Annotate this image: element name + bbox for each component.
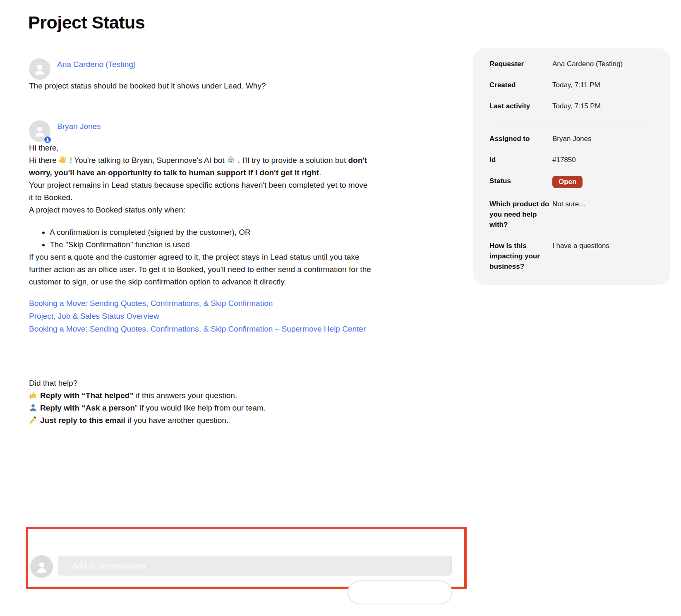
detail-value: Not sure… [552, 199, 654, 209]
help-option: Reply with “Ask a person” if you would l… [29, 402, 450, 414]
detail-value: Ana Cardeno (Testing) [552, 59, 654, 69]
message-paragraph: Your project remains in Lead status beca… [29, 179, 436, 204]
divider [29, 109, 450, 109]
detail-label: Id [489, 155, 552, 165]
author-link[interactable]: Ana Cardeno (Testing) [57, 60, 136, 69]
detail-row: Created Today, 7:11 PM [489, 80, 654, 90]
composer-input[interactable] [58, 556, 452, 575]
detail-row: How is this impacting your business? I h… [489, 241, 654, 272]
detail-label: Created [489, 80, 552, 90]
avatar [29, 58, 50, 80]
help-option: Reply with “That helped” if this answers… [29, 389, 450, 402]
detail-row: Status Open [489, 176, 654, 188]
bullet-list: A confirmation is completed (signed by t… [29, 226, 450, 251]
person-icon [33, 124, 47, 138]
detail-row: Requester Ana Cardeno (Testing) [489, 59, 654, 69]
detail-label: Assigned to [489, 134, 552, 144]
status-badge: Open [552, 176, 583, 188]
message-body: The project status should be booked but … [29, 80, 436, 92]
person-icon [33, 62, 47, 76]
empty-pill-button[interactable] [348, 580, 452, 604]
message-paragraph: A project moves to Booked status only wh… [29, 204, 436, 216]
person-emoji [29, 403, 37, 411]
composer-avatar [30, 555, 53, 578]
help-article-links: Booking a Move: Sending Quotes, Confirma… [29, 297, 450, 335]
detail-row: Id #17850 [489, 155, 654, 165]
detail-label: Which product do you need help with? [489, 199, 552, 230]
detail-value: Today, 7:11 PM [552, 80, 654, 90]
detail-label: Last activity [489, 101, 552, 111]
thumbs-up-emoji [29, 391, 37, 399]
page-title: Project Status [28, 12, 450, 33]
detail-value: I have a questions [552, 241, 654, 251]
did-that-help-block: Did that help? Reply with “That helped” … [29, 377, 450, 427]
detail-label: Status [489, 176, 552, 186]
detail-value: Today, 7:15 PM [552, 101, 654, 111]
help-article-link[interactable]: Booking a Move: Sending Quotes, Confirma… [29, 322, 450, 335]
wave-emoji [59, 155, 67, 164]
help-option: Just reply to this email if you have ano… [29, 414, 450, 427]
message-header: Bryan Jones [29, 120, 450, 142]
conversation-column: Project Status Ana Cardeno (Testing) The… [29, 0, 450, 427]
divider [29, 47, 450, 47]
help-article-link[interactable]: Booking a Move: Sending Quotes, Confirma… [29, 297, 450, 310]
bullet-item: A confirmation is completed (signed by t… [50, 226, 450, 239]
detail-row: Which product do you need help with? Not… [489, 199, 654, 230]
detail-label: Requester [489, 59, 552, 69]
detail-row: Last activity Today, 7:15 PM [489, 101, 654, 111]
detail-value: #17850 [552, 155, 654, 165]
ticket-details-panel: Requester Ana Cardeno (Testing) Created … [473, 48, 670, 285]
detail-value: Open [552, 176, 654, 188]
message-header: Ana Cardeno (Testing) [29, 58, 450, 80]
detail-value: Bryan Jones [552, 134, 654, 144]
panel-divider [489, 122, 654, 122]
message-paragraph: If you sent a quote and the customer agr… [29, 251, 436, 288]
avatar [29, 120, 50, 142]
author-link[interactable]: Bryan Jones [57, 122, 101, 131]
agent-badge-icon [43, 136, 52, 144]
person-icon [34, 559, 49, 574]
message-paragraph: Hi there ! You're talking to Bryan, Supe… [29, 154, 436, 179]
detail-row: Assigned to Bryan Jones [489, 134, 654, 144]
help-article-link[interactable]: Project, Job & Sales Status Overview [29, 310, 450, 322]
message-greeting: Hi there, [29, 142, 436, 154]
bullet-item: The "Skip Confirmation" function is used [50, 239, 450, 251]
robot-emoji [227, 155, 235, 164]
writing-hand-emoji [29, 415, 37, 424]
did-that-help-question: Did that help? [29, 377, 450, 389]
detail-label: How is this impacting your business? [489, 241, 552, 272]
